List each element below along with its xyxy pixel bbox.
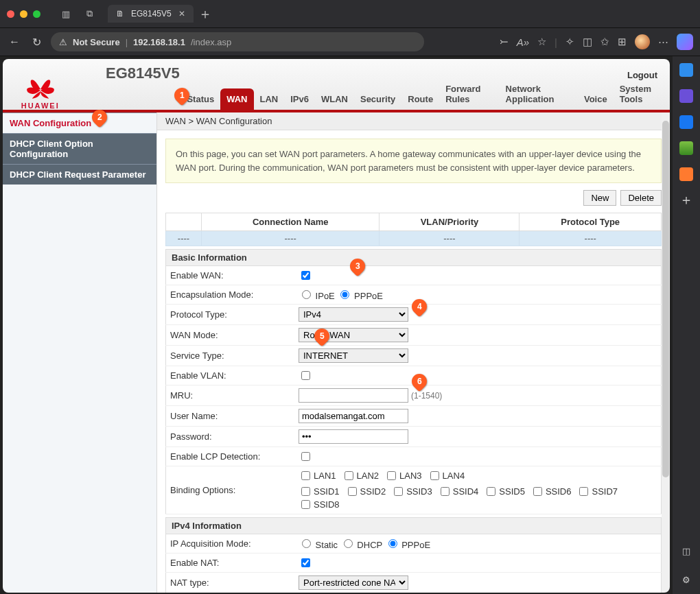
nav-voice[interactable]: Voice <box>578 88 614 110</box>
empty-cell: ---- <box>166 231 202 246</box>
nav-system-tools[interactable]: System Tools <box>614 78 670 110</box>
address-bar[interactable]: ⚠ Not Secure | 192.168.18.1/index.asp <box>51 32 424 51</box>
rail-add-icon[interactable]: ＋ <box>679 193 693 207</box>
bind-label[interactable]: SSID2 <box>345 485 386 498</box>
nav-wan[interactable]: WAN <box>220 88 253 110</box>
nav-route[interactable]: Route <box>401 88 439 110</box>
close-tab-icon[interactable]: ✕ <box>178 9 185 19</box>
col-header: Connection Name <box>201 213 380 231</box>
username-input[interactable] <box>299 409 408 423</box>
wan-mode-label: WAN Mode: <box>166 325 295 346</box>
rail-icon-facebook[interactable] <box>679 115 693 129</box>
nav-network-application[interactable]: Network Application <box>500 78 578 110</box>
rail-panel-icon[interactable]: ◫ <box>679 546 693 560</box>
nav-security[interactable]: Security <box>354 88 401 110</box>
mru-label: MRU: <box>166 385 295 406</box>
bind-ssid6[interactable] <box>533 487 542 496</box>
protocol-select[interactable]: IPv4 <box>299 307 408 322</box>
nav-wlan[interactable]: WLAN <box>315 88 354 110</box>
bind-ssid3[interactable] <box>394 487 403 496</box>
copilot-icon[interactable] <box>677 34 693 50</box>
ipacq-radio-static[interactable] <box>302 539 311 548</box>
bind-ssid5[interactable] <box>487 487 495 496</box>
ipacq-radio-pppoe[interactable] <box>388 539 397 548</box>
encap-radio-pppoe[interactable] <box>340 290 349 299</box>
bind-ssid1[interactable] <box>301 487 310 496</box>
col-header: VLAN/Priority <box>380 213 520 231</box>
sidebar-item[interactable]: DHCP Client Option Configuration <box>3 133 156 164</box>
enable-vlan-checkbox[interactable] <box>301 371 310 380</box>
bind-label[interactable]: SSID5 <box>484 485 525 498</box>
bind-label[interactable]: SSID4 <box>438 485 479 498</box>
bind-label[interactable]: SSID8 <box>299 498 340 511</box>
bind-label[interactable]: SSID3 <box>391 485 432 498</box>
bind-label[interactable]: SSID7 <box>576 485 618 498</box>
bind-lan3[interactable] <box>387 471 396 480</box>
nat-type-select[interactable]: Port-restricted cone NAT <box>299 575 408 590</box>
favorite-icon[interactable]: ☆ <box>537 36 546 48</box>
logout-link[interactable]: Logout <box>627 70 657 80</box>
titlebar: ▥ ⧉ 🗎 EG8145V5 ✕ ＋ <box>0 0 700 28</box>
encap-option-label: IPoE <box>313 291 337 301</box>
new-tab-icon[interactable]: ＋ <box>198 6 213 21</box>
enable-wan-label: Enable WAN: <box>166 266 295 285</box>
browser-tab[interactable]: 🗎 EG8145V5 ✕ <box>108 5 194 23</box>
shopping-icon[interactable]: ⤚ <box>500 36 509 48</box>
password-input[interactable] <box>299 429 408 444</box>
scrollbar-track[interactable] <box>662 59 670 593</box>
ipacq-radio-dhcp[interactable] <box>344 539 353 548</box>
page-viewport: HUAWEI EG8145V5 StatusWANLANIPv6WLANSecu… <box>3 59 670 593</box>
back-icon[interactable]: ← <box>7 36 22 48</box>
bind-ssid7[interactable] <box>579 487 588 496</box>
nav-forward-rules[interactable]: Forward Rules <box>439 78 499 110</box>
encap-label: Encapsulation Mode: <box>166 285 295 305</box>
reader-icon[interactable]: A» <box>517 36 529 48</box>
binding-label: Binding Options: <box>166 466 295 514</box>
bind-lan2[interactable] <box>345 471 353 480</box>
bind-lan1[interactable] <box>301 471 310 480</box>
sidebar-toggle-icon[interactable]: ▥ <box>58 6 73 21</box>
favorites-bar-icon[interactable]: ✩ <box>600 36 609 48</box>
edge-sidebar: ＋ ◫ ⚙ <box>673 56 700 594</box>
service-select[interactable]: INTERNET <box>299 348 408 363</box>
split-screen-icon[interactable]: ◫ <box>583 36 592 48</box>
sidebar-item[interactable]: WAN Configuration <box>3 112 156 133</box>
bind-label[interactable]: SSID1 <box>299 485 340 498</box>
section-ipv4: IPv4 Information <box>165 517 662 534</box>
toolbar: ← ↻ ⚠ Not Secure | 192.168.18.1/index.as… <box>0 28 700 56</box>
extensions-icon[interactable]: ✧ <box>565 36 574 48</box>
scrollbar-thumb[interactable] <box>662 121 669 477</box>
nav-ipv6[interactable]: IPv6 <box>284 88 315 110</box>
bind-lan4[interactable] <box>430 471 439 480</box>
new-button[interactable]: New <box>583 190 616 206</box>
enable-wan-checkbox[interactable] <box>301 271 310 280</box>
bind-ssid4[interactable] <box>441 487 450 496</box>
bind-label[interactable]: SSID6 <box>530 485 572 498</box>
bind-label[interactable]: LAN3 <box>384 469 422 482</box>
empty-cell: ---- <box>520 231 662 246</box>
lcp-checkbox[interactable] <box>301 452 310 461</box>
nav-lan[interactable]: LAN <box>254 88 285 110</box>
rail-settings-icon[interactable]: ⚙ <box>679 575 693 589</box>
info-box: On this page, you can set WAN port param… <box>165 139 662 183</box>
encap-radio-ipoe[interactable] <box>302 290 311 299</box>
rail-icon[interactable] <box>679 141 693 155</box>
profile-avatar[interactable] <box>635 34 650 49</box>
window-controls[interactable] <box>7 10 40 18</box>
tabs-overview-icon[interactable]: ⧉ <box>82 6 97 21</box>
more-icon[interactable]: ⋯ <box>658 36 668 48</box>
mru-input[interactable] <box>299 388 408 403</box>
sidebar-item[interactable]: DHCP Client Request Parameter <box>3 164 156 185</box>
nat-checkbox[interactable] <box>301 558 310 567</box>
rail-icon[interactable] <box>679 167 693 181</box>
bind-label[interactable]: LAN2 <box>342 469 380 482</box>
reload-icon[interactable]: ↻ <box>29 36 44 49</box>
rail-icon[interactable] <box>679 63 693 77</box>
bind-label[interactable]: LAN4 <box>428 469 465 482</box>
bind-ssid8[interactable] <box>301 500 310 509</box>
bind-label[interactable]: LAN1 <box>299 469 336 482</box>
delete-button[interactable]: Delete <box>620 190 662 206</box>
collections-icon[interactable]: ⊞ <box>618 36 627 48</box>
rail-icon[interactable] <box>679 89 693 103</box>
bind-ssid2[interactable] <box>348 487 357 496</box>
